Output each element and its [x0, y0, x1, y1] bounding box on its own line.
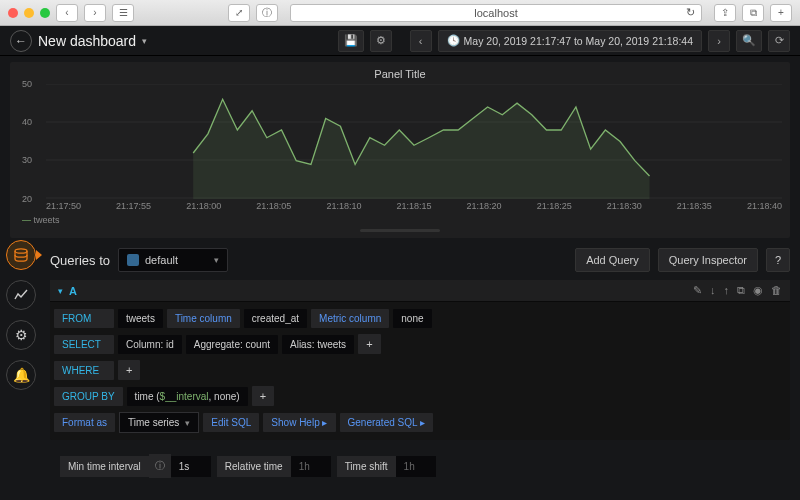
back-button[interactable]: ←	[10, 30, 32, 52]
select-alias[interactable]: Alias: tweets	[282, 335, 354, 354]
chart-area[interactable]: 50 40 30 20	[46, 84, 782, 199]
select-column[interactable]: Column: id	[118, 335, 182, 354]
edit-sql-button[interactable]: Edit SQL	[203, 413, 259, 432]
zoom-out[interactable]: 🔍	[736, 30, 762, 52]
groupby-keyword: GROUP BY	[54, 387, 123, 406]
flex-icon[interactable]: ⤢	[228, 4, 250, 22]
move-up-icon[interactable]: ↑	[724, 284, 730, 297]
where-clause: WHERE +	[54, 357, 790, 383]
window-controls	[8, 8, 50, 18]
time-column-label[interactable]: Time column	[167, 309, 240, 328]
time-back[interactable]: ‹	[410, 30, 432, 52]
time-shift-label: Time shift	[337, 456, 396, 477]
minimize-window[interactable]	[24, 8, 34, 18]
x-axis-labels: 21:17:5021:17:5521:18:0021:18:0521:18:10…	[46, 201, 782, 211]
new-tab[interactable]: +	[770, 4, 792, 22]
tab-queries[interactable]	[6, 240, 36, 270]
groupby-add[interactable]: +	[252, 386, 274, 406]
chart-panel: Panel Title 50 40 30 20 21:17:5021:17:55…	[10, 62, 790, 238]
time-range-picker[interactable]: 🕓 May 20, 2019 21:17:47 to May 20, 2019 …	[438, 30, 702, 52]
tabs-icon[interactable]: ⧉	[742, 4, 764, 22]
generated-sql-button[interactable]: Generated SQL ▸	[340, 413, 433, 432]
move-down-icon[interactable]: ↓	[710, 284, 716, 297]
share-icon[interactable]: ⇪	[714, 4, 736, 22]
min-interval-label: Min time interval	[60, 456, 149, 477]
reader-icon[interactable]: ⓘ	[256, 4, 278, 22]
svg-point-4	[15, 249, 27, 253]
groupby-clause: GROUP BY time ($__interval, none) +	[54, 383, 790, 409]
title-dropdown-icon[interactable]: ▾	[142, 36, 147, 46]
info-icon[interactable]: ⓘ	[149, 454, 171, 478]
where-keyword: WHERE	[54, 361, 114, 380]
tab-alert[interactable]: 🔔	[6, 360, 36, 390]
format-row: Format as Time series▾ Edit SQL Show Hel…	[54, 409, 790, 436]
datasource-logo-icon	[127, 254, 139, 266]
help-button[interactable]: ?	[766, 248, 790, 272]
edit-icon[interactable]: ✎	[693, 284, 702, 297]
duplicate-icon[interactable]: ⧉	[737, 284, 745, 297]
select-keyword: SELECT	[54, 335, 114, 354]
metric-column-label[interactable]: Metric column	[311, 309, 389, 328]
nav-forward[interactable]: ›	[84, 4, 106, 22]
settings-button[interactable]: ⚙	[370, 30, 392, 52]
tab-general[interactable]: ⚙	[6, 320, 36, 350]
format-select[interactable]: Time series▾	[119, 412, 199, 433]
panel-edit-tabs: ⚙ 🔔	[6, 240, 36, 390]
save-button[interactable]: 💾	[338, 30, 364, 52]
where-add[interactable]: +	[118, 360, 140, 380]
legend-series-name: tweets	[34, 215, 60, 225]
address-bar[interactable]: localhost ↻	[290, 4, 702, 22]
time-forward[interactable]: ›	[708, 30, 730, 52]
select-add[interactable]: +	[358, 334, 380, 354]
maximize-window[interactable]	[40, 8, 50, 18]
select-aggregate[interactable]: Aggregate: count	[186, 335, 278, 354]
datasource-select[interactable]: default ▾	[118, 248, 228, 272]
legend-line-icon: —	[22, 215, 31, 225]
chevron-down-icon: ▾	[214, 255, 219, 265]
metric-column-value[interactable]: none	[393, 309, 431, 328]
panel-title[interactable]: Panel Title	[18, 66, 782, 82]
query-inspector-button[interactable]: Query Inspector	[658, 248, 758, 272]
app-toolbar: ← New dashboard ▾ 💾 ⚙ ‹ 🕓 May 20, 2019 2…	[0, 26, 800, 56]
min-interval-input[interactable]: 1s	[171, 456, 211, 477]
refresh-button[interactable]: ⟳	[768, 30, 790, 52]
select-clause: SELECT Column: id Aggregate: count Alias…	[54, 331, 790, 357]
query-row-a: ▾ A ✎ ↓ ↑ ⧉ ◉ 🗑 FROM tweets Ti	[50, 280, 790, 440]
collapse-icon[interactable]: ▾	[58, 286, 63, 296]
time-shift-option: Time shift 1h	[337, 454, 436, 478]
toggle-visibility-icon[interactable]: ◉	[753, 284, 763, 297]
query-letter[interactable]: A	[69, 285, 77, 297]
relative-time-input[interactable]: 1h	[291, 456, 331, 477]
nav-back[interactable]: ‹	[56, 4, 78, 22]
line-chart	[46, 84, 782, 199]
relative-time-label: Relative time	[217, 456, 291, 477]
from-table[interactable]: tweets	[118, 309, 163, 328]
tab-visualization[interactable]	[6, 280, 36, 310]
relative-time-option: Relative time 1h	[217, 454, 331, 478]
clock-icon: 🕓	[447, 34, 460, 47]
time-column-value[interactable]: created_at	[244, 309, 307, 328]
time-shift-input[interactable]: 1h	[396, 456, 436, 477]
add-query-button[interactable]: Add Query	[575, 248, 650, 272]
query-editor: Queries to default ▾ Add Query Query Ins…	[50, 248, 790, 478]
url-text: localhost	[474, 7, 517, 19]
dashboard-title[interactable]: New dashboard	[38, 33, 136, 49]
delete-icon[interactable]: 🗑	[771, 284, 782, 297]
chart-legend[interactable]: — tweets	[22, 215, 782, 225]
close-window[interactable]	[8, 8, 18, 18]
query-options: Min time interval ⓘ 1s Relative time 1h …	[60, 454, 780, 478]
from-keyword: FROM	[54, 309, 114, 328]
datasource-name: default	[145, 254, 178, 266]
queries-to-label: Queries to	[50, 253, 110, 268]
from-clause: FROM tweets Time column created_at Metri…	[54, 306, 790, 331]
time-range-text: May 20, 2019 21:17:47 to May 20, 2019 21…	[464, 35, 693, 47]
panel-scroll-indicator[interactable]	[360, 229, 440, 232]
groupby-time[interactable]: time ($__interval, none)	[127, 387, 248, 406]
browser-toolbar: ‹ › ☰ ⤢ ⓘ localhost ↻ ⇪ ⧉ +	[0, 0, 800, 26]
format-as-label: Format as	[54, 413, 115, 432]
min-interval-option: Min time interval ⓘ 1s	[60, 454, 211, 478]
sidebar-toggle[interactable]: ☰	[112, 4, 134, 22]
show-help-button[interactable]: Show Help ▸	[263, 413, 335, 432]
reload-icon[interactable]: ↻	[686, 6, 695, 19]
